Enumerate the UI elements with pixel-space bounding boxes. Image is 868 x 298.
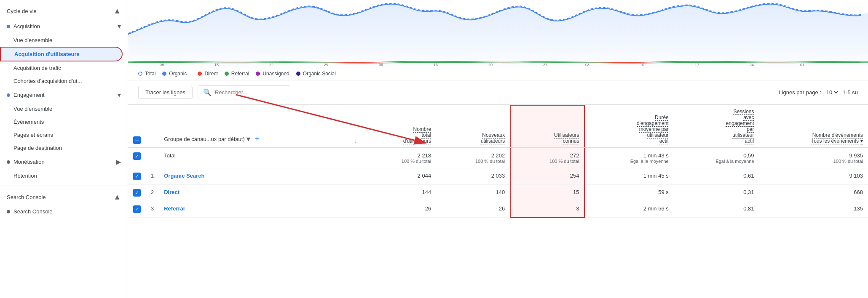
legend-label-referral: Referral xyxy=(231,71,249,77)
total-checkbox-cell xyxy=(128,148,146,168)
page-range: 1-5 su xyxy=(843,89,858,96)
lines-per-page-select[interactable]: 10 25 50 xyxy=(825,89,839,96)
total-evenements: 9 935 100 % du total xyxy=(759,148,868,168)
select-all-checkbox[interactable] xyxy=(133,136,141,144)
sidebar-group-label-monetisation: Monétisation xyxy=(13,159,45,165)
lines-per-page-label: Lignes par page : xyxy=(779,89,821,96)
sidebar-item-evenements[interactable]: Événements xyxy=(0,115,123,128)
chevron-right-icon-mon: ▶ xyxy=(116,158,121,166)
row2-connus: 15 xyxy=(510,185,584,201)
row3-nouveaux: 26 xyxy=(436,201,510,218)
row2-name: Direct xyxy=(159,185,349,201)
legend-item-referral[interactable]: Referral xyxy=(225,71,249,77)
row2-rank: 2 xyxy=(146,185,159,201)
row1-nouveaux: 2 033 xyxy=(436,168,510,185)
total-sort-spacer xyxy=(349,148,362,168)
svg-text:nov.: nov. xyxy=(584,67,591,67)
search-icon: 🔍 xyxy=(203,88,212,96)
legend-item-direct[interactable]: Direct xyxy=(198,71,217,77)
row3-sort xyxy=(349,201,362,218)
sidebar-item-vue-ensemble-eng[interactable]: Vue d'ensemble xyxy=(0,102,123,115)
sidebar-group-label-engagement: Engagement xyxy=(13,92,45,98)
svg-text:29: 29 xyxy=(324,63,328,67)
legend-dot-organic xyxy=(162,72,166,76)
sidebar-section-cycle-de-vie[interactable]: Cycle de vie ▲ xyxy=(0,3,128,19)
row2-nouveaux: 140 xyxy=(436,185,510,201)
data-table: Groupe de canau...ux par défaut) ▾ + ↓ N… xyxy=(128,105,868,218)
sidebar-item-retention[interactable]: Rétention xyxy=(0,169,123,182)
svg-text:27: 27 xyxy=(543,63,547,67)
row2-checkbox[interactable] xyxy=(133,189,141,197)
row1-sort xyxy=(349,168,362,185)
sidebar-item-vue-ensemble-acq[interactable]: Vue d'ensemble xyxy=(0,34,123,47)
sidebar-item-cohortes[interactable]: Cohortes d'acquisition d'ut... xyxy=(0,74,123,88)
add-dimension-button[interactable]: + xyxy=(252,134,262,144)
total-sessions: 0,59 Égal à la moyenne xyxy=(674,148,759,168)
sort-icon: ↓ xyxy=(354,138,357,144)
sidebar-item-acquisition-utilisateurs[interactable]: Acquisition d'utilisateurs xyxy=(0,47,123,61)
row3-duree: 2 min 56 s xyxy=(584,201,673,218)
legend-label-direct: Direct xyxy=(204,71,217,77)
sidebar-item-acquisition-trafic[interactable]: Acquisition de trafic xyxy=(0,61,123,74)
sidebar-item-search-console-sub[interactable]: Search Console xyxy=(0,205,128,218)
events-dropdown-icon[interactable]: ▾ xyxy=(860,138,863,144)
toolbar: Tracer les lignes 🔍 Lignes par page : 10… xyxy=(128,80,868,105)
total-connus: 272 100 % du total xyxy=(510,148,584,168)
chart-svg: 08 sept. 15 22 29 06 oct. 13 20 27 03 no… xyxy=(128,0,868,67)
chevron-up-icon: ▲ xyxy=(113,7,121,16)
search-console-dot xyxy=(7,210,10,213)
svg-text:déc.: déc. xyxy=(798,67,806,67)
total-duree: 1 min 43 s Égal à la moyenne xyxy=(584,148,673,168)
svg-text:15: 15 xyxy=(214,63,219,67)
col-duree: Durée d'engagement moyenne par utilisate… xyxy=(584,105,673,148)
data-table-container: Groupe de canau...ux par défaut) ▾ + ↓ N… xyxy=(128,105,868,298)
svg-text:20: 20 xyxy=(488,63,493,67)
chevron-down-icon: ▾ xyxy=(118,22,121,30)
engagement-dot xyxy=(7,93,10,97)
legend-label-organic: Organic... xyxy=(169,71,191,77)
row1-nombre-total: 2 044 xyxy=(362,168,436,185)
sidebar-group-label: Acquisition xyxy=(13,23,40,29)
col-evenements: Nombre d'événements Tous les événements … xyxy=(759,105,868,148)
sidebar-group-engagement[interactable]: Engagement ▾ xyxy=(0,88,128,102)
row1-connus: 254 xyxy=(510,168,584,185)
legend-item-unassigned[interactable]: Unassigned xyxy=(256,71,289,77)
col-sort-arrow[interactable]: ↓ xyxy=(349,105,362,148)
group-selector-label: Groupe de canau...ux par défaut) xyxy=(164,136,245,142)
main-content: 08 sept. 15 22 29 06 oct. 13 20 27 03 no… xyxy=(128,0,868,298)
legend-item-organic[interactable]: Organic... xyxy=(162,71,191,77)
sidebar-section-label: Cycle de vie xyxy=(7,8,37,14)
chevron-up-icon-sc: ▲ xyxy=(113,193,121,202)
row1-checkbox[interactable] xyxy=(133,173,141,180)
row2-evenements: 668 xyxy=(759,185,868,201)
legend-label-total: Total xyxy=(145,71,155,77)
group-selector-chevron[interactable]: ▾ xyxy=(246,134,250,144)
row1-sessions: 0,61 xyxy=(674,168,759,185)
chart-legend: Total Organic... Direct Referral Unassig… xyxy=(128,67,868,80)
row2-duree: 59 s xyxy=(584,185,673,201)
total-name: Total xyxy=(159,148,349,168)
legend-dot-referral xyxy=(225,72,229,76)
total-checkbox[interactable] xyxy=(133,152,141,160)
svg-text:24: 24 xyxy=(750,63,754,67)
sidebar-item-page-destination[interactable]: Page de destination xyxy=(0,141,123,154)
sidebar-group-acquisition[interactable]: Acquisition ▾ xyxy=(0,19,128,34)
sidebar-item-pages-ecrans[interactable]: Pages et écrans xyxy=(0,128,123,141)
row3-name: Referral xyxy=(159,201,349,218)
search-input[interactable] xyxy=(215,89,285,96)
total-nouveaux: 2 202 100 % du total xyxy=(436,148,510,168)
sidebar-section-search-console[interactable]: Search Console ▲ xyxy=(0,189,128,205)
legend-item-organic-social[interactable]: Organic Social xyxy=(296,71,336,77)
sidebar-group-monetisation[interactable]: Monétisation ▶ xyxy=(0,154,128,169)
total-rank xyxy=(146,148,159,168)
table-row-2: 2 Direct 144 140 15 59 s 0,31 668 xyxy=(128,185,868,201)
row3-checkbox[interactable] xyxy=(133,205,141,213)
retention-label: Rétention xyxy=(13,173,37,179)
toolbar-left: Tracer les lignes 🔍 xyxy=(138,85,290,99)
legend-item-total[interactable]: Total xyxy=(138,71,155,77)
trace-lines-button[interactable]: Tracer les lignes xyxy=(138,86,193,99)
col-checkbox xyxy=(128,105,146,148)
legend-label-unassigned: Unassigned xyxy=(263,71,289,77)
table-row-total: Total 2 218 100 % du total 2 202 100 % d… xyxy=(128,148,868,168)
row2-nombre-total: 144 xyxy=(362,185,436,201)
